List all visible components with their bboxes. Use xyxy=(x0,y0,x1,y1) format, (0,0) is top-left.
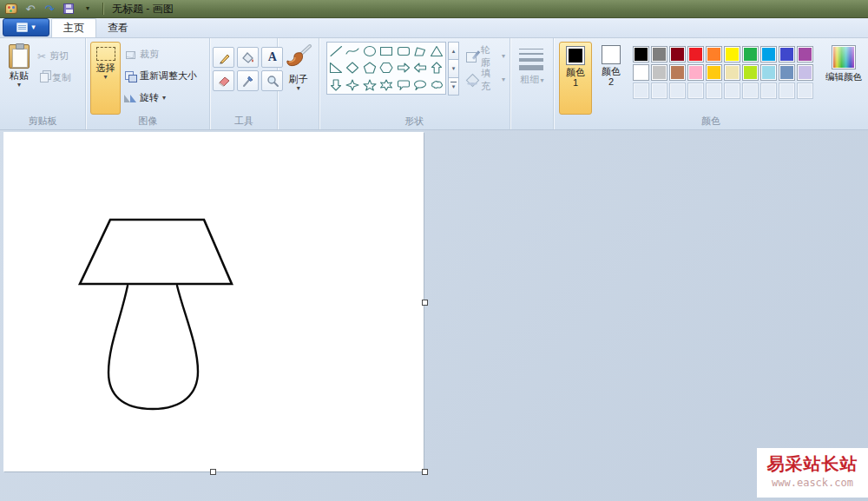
shapes-scroll-down-button[interactable]: ▾ xyxy=(448,59,459,77)
canvas-resize-handle-corner[interactable] xyxy=(422,469,428,475)
down-arrow-icon: ▾ xyxy=(452,65,456,72)
eraser-icon xyxy=(217,75,231,88)
shapes-more-button[interactable]: ▾ xyxy=(448,77,459,96)
shape-curve-icon[interactable] xyxy=(345,43,361,60)
shape-rounded-callout-icon[interactable] xyxy=(395,76,411,94)
palette-color-swatch[interactable] xyxy=(651,46,667,63)
shapes-scroll-up-button[interactable]: ▴ xyxy=(448,42,459,60)
paste-button[interactable]: 粘贴 ▾ xyxy=(3,42,36,115)
pencil-tool-button[interactable] xyxy=(213,47,234,68)
palette-empty-slot[interactable] xyxy=(742,82,759,99)
color2-button[interactable]: 颜色2 xyxy=(595,42,628,115)
cut-button[interactable]: ✂ 剪切 xyxy=(36,45,73,67)
palette-empty-slot[interactable] xyxy=(724,82,740,99)
qat-separator xyxy=(102,3,103,15)
palette-color-swatch[interactable] xyxy=(706,64,722,81)
color-picker-tool-button[interactable] xyxy=(237,70,259,91)
paint-logo-icon[interactable] xyxy=(3,2,19,16)
resize-button[interactable]: 重新调整大小 xyxy=(122,65,199,87)
palette-color-swatch[interactable] xyxy=(687,64,704,81)
shape-diamond-icon[interactable] xyxy=(345,60,361,77)
shape-left-arrow-icon[interactable] xyxy=(411,60,428,77)
palette-color-swatch[interactable] xyxy=(760,46,777,63)
shape-four-point-star-icon[interactable] xyxy=(345,76,361,94)
palette-empty-slot[interactable] xyxy=(779,82,795,99)
shape-fill-button[interactable]: 填充 ▾ xyxy=(464,69,507,90)
palette-color-swatch[interactable] xyxy=(633,46,649,63)
shape-rounded-rectangle-icon[interactable] xyxy=(395,43,411,60)
color1-button[interactable]: 颜色1 xyxy=(559,42,592,115)
color1-swatch xyxy=(566,46,585,65)
shape-up-arrow-icon[interactable] xyxy=(429,60,445,77)
save-button[interactable] xyxy=(61,2,76,16)
palette-color-swatch[interactable] xyxy=(669,46,686,63)
copy-button[interactable]: 复制 xyxy=(36,67,73,89)
group-label-colors: 颜色 xyxy=(554,115,868,129)
palette-color-swatch[interactable] xyxy=(797,46,813,63)
tools-grid: A xyxy=(213,47,274,91)
shape-polygon-icon[interactable] xyxy=(411,43,428,60)
palette-empty-slot[interactable] xyxy=(687,82,704,99)
size-button[interactable]: 粗细▾ xyxy=(513,49,550,85)
color-picker-icon xyxy=(241,75,255,88)
palette-color-swatch[interactable] xyxy=(706,46,722,63)
drawing-canvas[interactable] xyxy=(3,132,424,471)
shape-cloud-callout-icon[interactable] xyxy=(429,76,445,94)
shape-pentagon-icon[interactable] xyxy=(361,60,378,77)
shape-oval-callout-icon[interactable] xyxy=(411,76,428,94)
shape-down-arrow-icon[interactable] xyxy=(327,76,344,94)
palette-color-swatch[interactable] xyxy=(742,64,759,81)
palette-color-swatch[interactable] xyxy=(669,64,686,81)
paint-menu-button[interactable]: ▾ xyxy=(3,18,49,36)
palette-color-swatch[interactable] xyxy=(742,46,759,63)
palette-color-swatch[interactable] xyxy=(779,64,795,81)
palette-color-swatch[interactable] xyxy=(687,46,704,63)
outline-icon xyxy=(466,50,477,62)
tab-home[interactable]: 主页 xyxy=(51,18,96,37)
shape-rectangle-icon[interactable] xyxy=(378,43,394,60)
rotate-button[interactable]: 旋转 ▾ xyxy=(122,87,199,109)
eraser-tool-button[interactable] xyxy=(213,70,234,91)
canvas-resize-handle-right[interactable] xyxy=(422,300,428,306)
canvas-resize-handle-bottom[interactable] xyxy=(210,469,216,475)
group-clipboard: 粘贴 ▾ ✂ 剪切 复制 剪贴板 xyxy=(0,38,86,129)
palette-empty-slot[interactable] xyxy=(669,82,686,99)
rotate-icon xyxy=(124,92,136,103)
palette-empty-slot[interactable] xyxy=(797,82,813,99)
crop-button[interactable]: 裁剪 xyxy=(122,43,199,65)
watermark-title: 易采站长站 xyxy=(757,452,868,475)
fill-tool-button[interactable] xyxy=(237,47,259,68)
shape-triangle-icon[interactable] xyxy=(429,43,445,60)
palette-color-swatch[interactable] xyxy=(724,64,740,81)
palette-color-swatch[interactable] xyxy=(797,64,813,81)
shape-right-arrow-icon[interactable] xyxy=(395,60,411,77)
select-icon xyxy=(96,47,115,61)
shape-outline-button[interactable]: 轮廓 ▾ xyxy=(464,45,507,67)
redo-button[interactable]: ↷ xyxy=(42,2,57,16)
palette-color-swatch[interactable] xyxy=(651,64,667,81)
pencil-icon xyxy=(217,51,231,64)
shape-right-triangle-icon[interactable] xyxy=(327,60,344,77)
shape-hexagon-icon[interactable] xyxy=(378,60,394,77)
palette-color-swatch[interactable] xyxy=(724,46,740,63)
copy-icon xyxy=(40,73,49,82)
shape-line-icon[interactable] xyxy=(327,43,344,60)
palette-empty-slot[interactable] xyxy=(760,82,777,99)
undo-button[interactable]: ↶ xyxy=(23,2,38,16)
edit-colors-button[interactable]: 编辑颜色 xyxy=(822,42,865,115)
palette-empty-slot[interactable] xyxy=(633,82,649,99)
shape-six-point-star-icon[interactable] xyxy=(378,76,394,94)
palette-empty-slot[interactable] xyxy=(651,82,667,99)
palette-color-swatch[interactable] xyxy=(779,46,795,63)
redo-icon: ↷ xyxy=(45,3,55,15)
palette-color-swatch[interactable] xyxy=(760,64,777,81)
palette-empty-slot[interactable] xyxy=(706,82,722,99)
shape-five-point-star-icon[interactable] xyxy=(361,76,378,94)
palette-color-swatch[interactable] xyxy=(633,64,649,81)
select-button[interactable]: 选择 ▾ xyxy=(90,42,121,115)
brushes-button[interactable]: 刷子 ▾ xyxy=(280,42,316,115)
tab-view[interactable]: 查看 xyxy=(96,18,140,37)
shape-ellipse-icon[interactable] xyxy=(361,43,378,60)
watermark: 易采站长站 www.easck.com xyxy=(757,448,868,498)
qat-customize-button[interactable]: ▾ xyxy=(80,2,95,16)
